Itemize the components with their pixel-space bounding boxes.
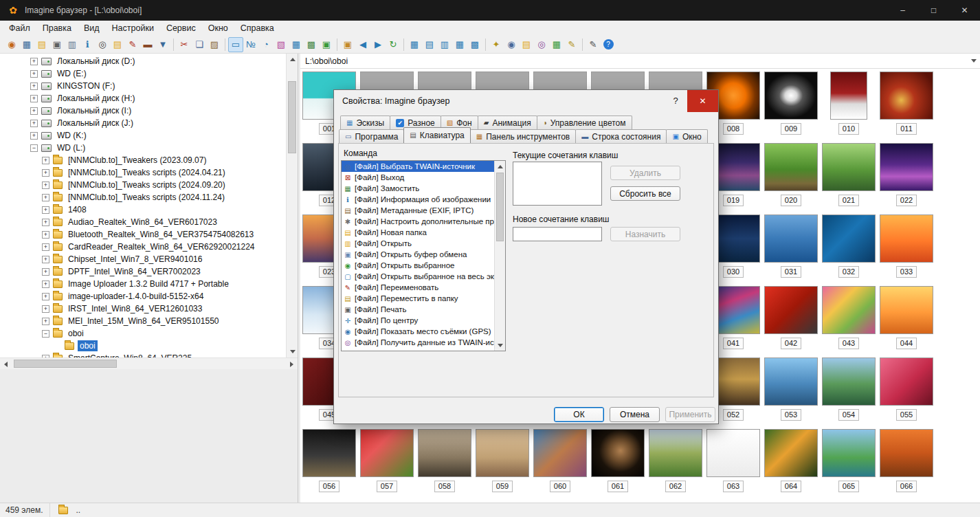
thumbnail-cell[interactable]: 063 (704, 426, 762, 498)
command-list-scrollbar[interactable] (494, 161, 505, 351)
thumbnail-image[interactable] (533, 429, 587, 477)
thumbnail-image[interactable] (764, 72, 818, 120)
expand-icon[interactable]: + (42, 169, 49, 177)
command-item[interactable]: ▦[Файл] Замостить (342, 183, 494, 194)
dialog-tab[interactable]: ▣Окно (666, 129, 707, 143)
parent-folder-icon[interactable] (58, 507, 68, 514)
expand-icon[interactable]: + (42, 182, 49, 189)
slideshow-icon[interactable]: ▦ (19, 37, 34, 52)
thumbnail-image[interactable] (591, 429, 645, 477)
image-frame-icon[interactable]: ▩ (304, 37, 319, 52)
thumbnail-image[interactable] (302, 429, 356, 477)
address-path[interactable]: L:\oboi\oboi (300, 56, 968, 66)
delete-shortcut-button[interactable]: Удалить (610, 166, 680, 180)
rename-icon[interactable]: ✎ (125, 37, 140, 52)
find-folder-icon[interactable]: ▤ (519, 37, 534, 52)
menu-item[interactable]: Правка (36, 21, 78, 36)
new-shortcut-input[interactable] (513, 227, 602, 241)
expand-icon[interactable]: + (42, 243, 49, 251)
tree-item[interactable]: oboi (0, 340, 286, 352)
thumbnail-cell[interactable]: 055 (878, 355, 935, 426)
expand-icon[interactable]: + (42, 219, 49, 226)
expand-icon[interactable]: + (30, 120, 38, 127)
expand-icon[interactable]: + (42, 280, 49, 288)
thumbnail-image[interactable] (649, 429, 702, 477)
acquire-source-icon[interactable]: ◉ (4, 37, 19, 52)
scroll-left-icon[interactable] (0, 358, 12, 370)
thumbnail-cell[interactable]: 011 (878, 69, 935, 140)
menu-item[interactable]: Сервис (160, 21, 202, 36)
cancel-button[interactable]: Отмена (610, 407, 660, 422)
tree-item[interactable]: +Локальный диск (H:) (0, 92, 286, 104)
tree-item[interactable]: +[NNMClub.to]_Tweakers (2023.09.07) (0, 154, 286, 166)
tree-item[interactable]: +Локальный диск (J:) (0, 117, 286, 129)
green-image-icon[interactable]: ▣ (319, 37, 334, 52)
collapse-icon[interactable]: − (30, 144, 38, 152)
command-item[interactable]: ▣[Файл] Печать (342, 304, 494, 315)
thumbnail-image[interactable] (764, 358, 818, 406)
thumbnail-cell[interactable]: 022 (878, 140, 935, 212)
thumbnail-cell[interactable]: 065 (820, 426, 878, 498)
copy-image-icon[interactable]: ▥ (65, 37, 80, 52)
thumbnail-cell[interactable]: 031 (762, 212, 820, 283)
delete-icon[interactable]: ▬ (140, 37, 155, 52)
tree-item[interactable]: +DPTF_Intel_Win8_64_VER7002023 (0, 265, 286, 278)
expand-icon[interactable]: + (30, 132, 38, 140)
thumbnail-image[interactable] (880, 143, 933, 191)
palette-icon[interactable]: ▧ (274, 37, 289, 52)
expand-icon[interactable]: + (42, 231, 49, 239)
view-thumbnails-icon[interactable]: ▦ (407, 37, 422, 52)
maximize-button[interactable]: □ (918, 0, 949, 21)
expand-icon[interactable]: + (42, 268, 49, 276)
thumbnail-cell[interactable]: 056 (300, 426, 358, 498)
camera-icon[interactable]: ◎ (95, 37, 110, 52)
thumbnail-image[interactable] (830, 72, 867, 120)
thumbnail-cell[interactable]: 060 (531, 426, 589, 498)
scrollbar-thumb[interactable] (14, 360, 117, 368)
forward-icon[interactable]: ▶ (370, 37, 386, 52)
thumbnail-image[interactable] (418, 429, 471, 477)
view-tiles-icon[interactable]: ▦ (452, 37, 467, 52)
thumbnail-image[interactable] (880, 429, 933, 477)
thumbnail-image[interactable] (822, 143, 876, 191)
sort-time-icon[interactable]: ◔ (258, 37, 274, 52)
thumbnail-cell[interactable]: 033 (878, 212, 935, 283)
dialog-tab[interactable]: ▰Анимация (478, 116, 537, 129)
thumbnail-image[interactable] (822, 214, 876, 263)
command-item[interactable]: ▤[Файл] Метаданные (EXIF, IPTC) (342, 205, 494, 216)
new-folder-icon[interactable]: ▤ (110, 37, 125, 52)
thumbnail-cell[interactable]: 053 (762, 355, 820, 426)
menu-item[interactable]: Файл (3, 21, 36, 36)
menu-item[interactable]: Вид (78, 21, 106, 36)
tree-item[interactable]: +SmartCapture_Win8_64_VER225 (0, 352, 286, 358)
thumbnail-cell[interactable]: 043 (820, 283, 878, 355)
tree-item[interactable]: +Локальный диск (I:) (0, 104, 286, 117)
tree-item[interactable]: +Image Uploader 1.3.2 Build 4717 + Porta… (0, 278, 286, 290)
scrollbar-thumb[interactable] (288, 81, 296, 153)
help-icon[interactable]: ? (601, 37, 616, 52)
print-icon[interactable]: ▣ (49, 37, 65, 52)
command-list[interactable]: ◎[Файл] Выбрать TWAIN-источник⊠[Файл] Вы… (341, 160, 506, 351)
dialog-tab[interactable]: ▦Панель инструментов (470, 129, 576, 143)
thumbnail-image[interactable] (764, 143, 818, 191)
tree-item[interactable]: +WD (E:) (0, 67, 286, 80)
thumbnail-cell[interactable]: 066 (878, 426, 935, 498)
dialog-help-button[interactable]: ? (664, 90, 687, 112)
expand-icon[interactable]: + (42, 305, 49, 313)
scroll-right-icon[interactable] (286, 358, 298, 370)
ok-button[interactable]: ОК (554, 407, 604, 422)
favorite-image-icon[interactable]: ▣ (340, 37, 355, 52)
tree-item[interactable]: +IRST_Intel_Win8_64_VER12601033 (0, 302, 286, 315)
expand-icon[interactable]: + (42, 293, 49, 300)
parent-folder-link[interactable]: .. (76, 505, 80, 515)
command-item[interactable]: ▤[Файл] Переместить в папку (342, 293, 494, 304)
menu-item[interactable]: Настройки (106, 21, 160, 36)
tree-item[interactable]: +KINGSTON (F:) (0, 80, 286, 92)
expand-icon[interactable]: + (42, 194, 49, 201)
copy-icon[interactable]: ❏ (192, 37, 207, 52)
apply-button[interactable]: Применить (665, 407, 715, 422)
tree-horizontal-scrollbar[interactable] (0, 358, 298, 369)
thumbnail-cell[interactable]: 021 (820, 140, 878, 212)
thumbnail-image[interactable] (822, 358, 876, 406)
dialog-tab[interactable]: ▤Клавиатура (403, 127, 470, 143)
